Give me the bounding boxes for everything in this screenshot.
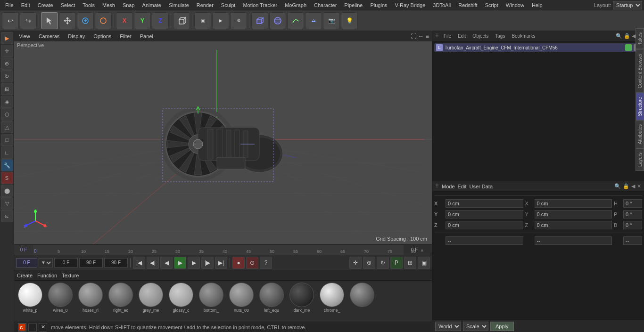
om-lock-icon[interactable]: 🔒	[624, 33, 630, 39]
close-button[interactable]: ✕	[39, 323, 47, 332]
viewport-menu-view[interactable]: View	[17, 32, 32, 40]
move-mode-btn[interactable]: ✛	[349, 257, 362, 269]
om-search-icon[interactable]: 🔍	[616, 33, 622, 39]
menu-animate[interactable]: Animate	[139, 1, 165, 9]
goto-end-button[interactable]: ▶|	[215, 257, 227, 269]
sidebar-mode-9[interactable]: ∟	[1, 146, 13, 159]
attr-y-pos-field[interactable]: 0 cm	[446, 210, 523, 219]
menu-help[interactable]: Help	[528, 1, 546, 9]
scale-coord-select[interactable]: Scale	[463, 322, 488, 331]
menu-character[interactable]: Character	[311, 1, 340, 9]
menu-3dtoall[interactable]: 3DToAll	[429, 1, 454, 9]
select-tool-button[interactable]	[41, 12, 58, 29]
current-frame-field[interactable]	[16, 258, 37, 267]
attr-sz-field[interactable]: --	[623, 236, 642, 245]
sidebar-mode-7[interactable]: △	[1, 121, 13, 133]
render-settings-button[interactable]: ⚙	[230, 12, 247, 29]
sidebar-mode-14[interactable]: ⊾	[1, 210, 13, 222]
attr-lock-icon[interactable]: 🔒	[623, 183, 629, 189]
scale-tool-button[interactable]	[77, 12, 94, 29]
undo-button[interactable]: ↩	[2, 12, 19, 29]
material-item-5[interactable]: glossy_c	[167, 283, 195, 313]
material-item-2[interactable]: hoses_ri	[76, 283, 105, 313]
menu-create[interactable]: Create	[34, 1, 57, 9]
sidebar-mode-3[interactable]: ↻	[1, 70, 13, 82]
render-region-button[interactable]: ▣	[194, 12, 211, 29]
object-mode-button[interactable]	[173, 12, 190, 29]
help-button[interactable]: ?	[260, 257, 272, 269]
menu-select[interactable]: Select	[58, 1, 79, 9]
sidebar-mode-1[interactable]: ✛	[1, 45, 13, 57]
attr-y-rot-field[interactable]: 0 cm	[535, 210, 612, 219]
om-header-btn-4[interactable]: Tags	[493, 33, 507, 39]
step-back-button[interactable]: ◀	[160, 257, 173, 269]
menu-pipeline[interactable]: Pipeline	[341, 1, 366, 9]
viewport-settings-icon[interactable]: ≡	[426, 33, 429, 40]
material-item-7[interactable]: nuts_00	[227, 283, 256, 313]
step-forward-button[interactable]: ▶	[188, 257, 200, 269]
minimize-button[interactable]: —	[28, 323, 37, 332]
menu-edit[interactable]: Edit	[18, 1, 33, 9]
attr-b-field[interactable]: 0 °	[623, 221, 642, 229]
attr-sx-field[interactable]: --	[446, 236, 523, 245]
om-header-btn-3[interactable]: Objects	[471, 33, 490, 39]
sidebar-mode-11[interactable]: S	[1, 172, 13, 184]
attr-expand-icon[interactable]: ◀	[631, 183, 635, 189]
rotate-mode-btn[interactable]: ↻	[377, 257, 389, 269]
menu-vray[interactable]: V-Ray Bridge	[392, 1, 429, 9]
viewport-menu-filter[interactable]: Filter	[118, 32, 133, 40]
viewport-lock-icon[interactable]: ↔	[418, 33, 424, 40]
attr-search-icon[interactable]: 🔍	[614, 183, 621, 189]
tab-takes[interactable]: Takes	[636, 31, 644, 49]
y-axis-button[interactable]: Y	[134, 12, 151, 29]
om-header-btn-2[interactable]: Edit	[456, 33, 468, 39]
light-button[interactable]: 💡	[341, 12, 358, 29]
material-item-10[interactable]: chrome_	[318, 283, 346, 313]
viewport-menu-display[interactable]: Display	[66, 32, 87, 40]
viewport-expand-icon[interactable]: ⛶	[411, 33, 416, 40]
move-tool-button[interactable]	[59, 12, 76, 29]
attr-z-rot-field[interactable]: 0 cm	[535, 221, 612, 229]
attr-sy-field[interactable]: --	[535, 236, 612, 245]
menu-sculpt[interactable]: Sculpt	[218, 1, 239, 9]
om-expand-icon[interactable]: ◀	[632, 33, 636, 39]
apply-button[interactable]: Apply	[490, 322, 514, 331]
camera-button[interactable]: 📷	[323, 12, 340, 29]
menu-plugins[interactable]: Plugins	[367, 1, 390, 9]
render-view-button[interactable]: ▶	[212, 12, 229, 29]
menu-tools[interactable]: Tools	[79, 1, 98, 9]
sidebar-mode-0[interactable]: ▶	[1, 32, 13, 44]
material-item-4[interactable]: grey_me	[137, 283, 165, 313]
attr-x-rot-field[interactable]: 0 cm	[535, 199, 612, 208]
rotate-tool-button[interactable]	[95, 12, 112, 29]
material-item-0[interactable]: white_p	[16, 283, 44, 313]
menu-window[interactable]: Window	[503, 1, 528, 9]
layout-dropdown[interactable]: Startup	[613, 1, 642, 9]
spline-button[interactable]	[287, 12, 304, 29]
material-menu-function[interactable]: Function	[37, 273, 57, 278]
menu-render[interactable]: Render	[193, 1, 217, 9]
record-auto-button[interactable]: ⊙	[246, 257, 258, 269]
attr-menu-edit[interactable]: Edit	[458, 184, 467, 189]
tab-structure[interactable]: Structure	[636, 93, 644, 121]
material-item-8[interactable]: left_equ	[257, 283, 286, 313]
menu-simulate[interactable]: Simulate	[165, 1, 192, 9]
viewport-menu-cameras[interactable]: Cameras	[37, 32, 62, 40]
material-menu-texture[interactable]: Texture	[62, 273, 79, 278]
material-item-3[interactable]: right_ec	[107, 283, 135, 313]
menu-mesh[interactable]: Mesh	[99, 1, 118, 9]
sidebar-mode-5[interactable]: ◈	[1, 96, 13, 108]
attr-h-field[interactable]: 0 °	[623, 199, 642, 208]
sidebar-mode-6[interactable]: ⬡	[1, 108, 13, 121]
redo-button[interactable]: ↪	[20, 12, 37, 29]
sidebar-mode-2[interactable]: ⊕	[1, 57, 13, 70]
end-frame-field-2[interactable]	[104, 258, 128, 267]
frame-selector-1[interactable]: ▼	[39, 258, 53, 267]
attr-p-field[interactable]: 0 °	[623, 210, 642, 219]
landscape-button[interactable]: ⛰	[305, 12, 322, 29]
menu-redshift[interactable]: Redshift	[455, 1, 480, 9]
next-frame-button[interactable]: |▶	[201, 257, 214, 269]
transform-prs-btn[interactable]: P	[390, 257, 403, 269]
cube-prim-button[interactable]	[251, 12, 268, 29]
x-axis-button[interactable]: X	[116, 12, 133, 29]
